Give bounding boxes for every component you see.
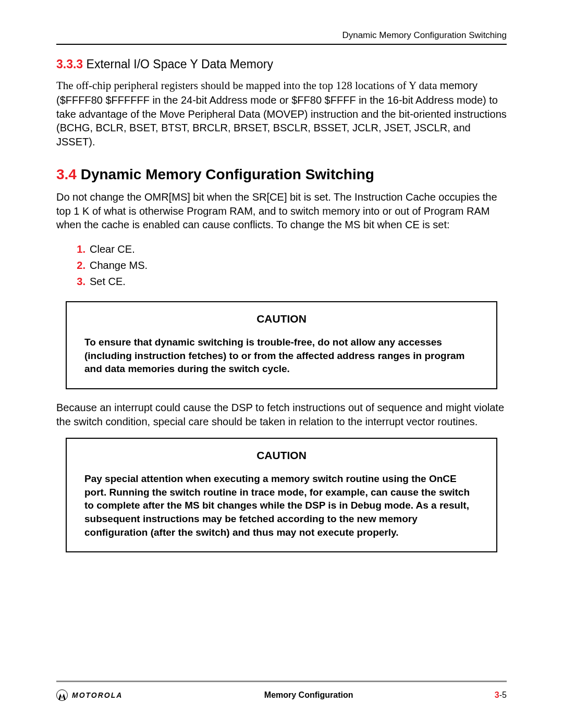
caution-title: CAUTION — [84, 313, 479, 325]
ordered-steps: 1.Clear CE. 2.Change MS. 3.Set CE. — [56, 241, 507, 290]
paragraph-333: The off-chip peripheral registers should… — [56, 79, 507, 149]
caution-title: CAUTION — [84, 449, 479, 462]
top-rule — [56, 44, 507, 45]
heading-number: 3.4 — [56, 166, 77, 182]
caution-text: Pay special attention when executing a m… — [84, 472, 479, 539]
list-item: 3.Set CE. — [83, 274, 507, 290]
lead-sentence: The off-chip peripheral registers should… — [56, 79, 440, 92]
step-text: Change MS. — [90, 260, 148, 271]
step-number: 1. — [70, 241, 85, 257]
list-item: 1.Clear CE. — [83, 241, 507, 257]
paragraph-34-intro: Do not change the OMR[MS] bit when the S… — [56, 190, 507, 232]
running-head: Dynamic Memory Configuration Switching — [56, 30, 507, 41]
brand-name: MOTOROLA — [72, 691, 123, 699]
caution-box-1: CAUTION To ensure that dynamic switching… — [66, 301, 497, 389]
paragraph-between-cautions: Because an interrupt could cause the DSP… — [56, 401, 507, 428]
brand: MOTOROLA — [56, 689, 123, 701]
footer-section-title: Memory Configuration — [264, 690, 353, 700]
heading-title: External I/O Space Y Data Memory — [87, 57, 273, 71]
heading-3-4: 3.4 Dynamic Memory Configuration Switchi… — [56, 166, 507, 183]
footer-chapter: 3 — [495, 690, 499, 699]
footer-page-number: 3-5 — [495, 690, 507, 700]
footer-page: 5 — [502, 690, 507, 699]
heading-3-3-3: 3.3.3 External I/O Space Y Data Memory — [56, 57, 507, 71]
page-footer: MOTOROLA Memory Configuration 3-5 — [56, 681, 507, 701]
footer-rule — [56, 681, 507, 682]
page: Dynamic Memory Configuration Switching 3… — [0, 0, 563, 728]
step-text: Set CE. — [90, 276, 126, 287]
caution-box-2: CAUTION Pay special attention when execu… — [66, 438, 497, 552]
list-item: 2.Change MS. — [83, 257, 507, 274]
step-text: Clear CE. — [90, 243, 135, 255]
heading-title: Dynamic Memory Configuration Switching — [81, 166, 374, 182]
heading-number: 3.3.3 — [56, 57, 83, 71]
step-number: 2. — [70, 257, 85, 274]
step-number: 3. — [70, 274, 85, 290]
footer-row: MOTOROLA Memory Configuration 3-5 — [56, 689, 507, 701]
caution-text: To ensure that dynamic switching is trou… — [84, 336, 479, 376]
motorola-logo-icon — [56, 689, 68, 701]
